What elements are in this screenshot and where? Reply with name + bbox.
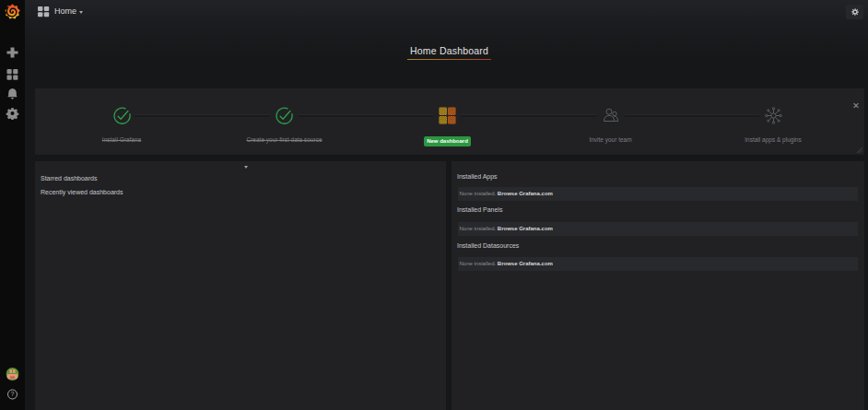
svg-text:?: ? xyxy=(11,391,15,397)
